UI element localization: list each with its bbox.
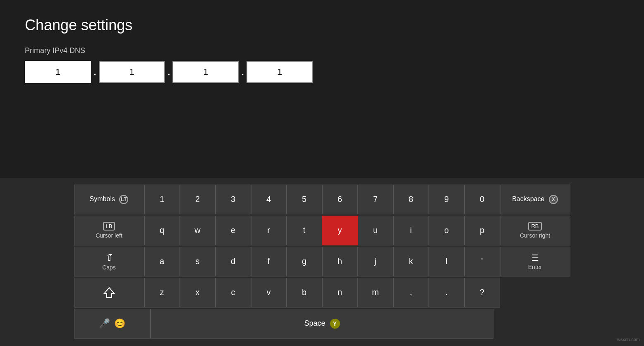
key-n[interactable]: n xyxy=(322,278,358,308)
key-1[interactable]: 1 xyxy=(144,185,180,214)
key-x[interactable]: x xyxy=(180,278,215,308)
space-label: Space Y xyxy=(304,319,340,329)
watermark: wsxdh.com xyxy=(617,337,640,342)
on-screen-keyboard: Symbols LT 1 2 3 4 5 6 7 8 9 0 Backspace… xyxy=(74,185,570,340)
backspace-key[interactable]: Backspace X xyxy=(500,185,570,214)
key-period[interactable]: . xyxy=(429,278,464,308)
key-v[interactable]: v xyxy=(251,278,287,308)
dns-field-3[interactable] xyxy=(172,61,239,83)
key-8[interactable]: 8 xyxy=(393,185,429,214)
key-t[interactable]: t xyxy=(287,216,322,245)
key-w[interactable]: w xyxy=(180,216,215,245)
enter-label: Enter xyxy=(528,264,542,270)
key-h[interactable]: h xyxy=(322,247,358,276)
caps-label: Caps xyxy=(102,264,116,271)
key-u[interactable]: u xyxy=(358,216,393,245)
dns-dot-2: . xyxy=(165,66,173,78)
key-f[interactable]: f xyxy=(251,247,287,276)
enter-key[interactable]: ☰ Enter xyxy=(500,247,570,276)
keyboard-row-3: ⇧̄ Caps a s d f g h j k l ' ☰ Enter xyxy=(74,247,570,276)
key-question[interactable]: ? xyxy=(464,278,500,308)
keyboard-row-5: 🎤 😊 Space Y xyxy=(74,309,570,339)
rb-badge: RB xyxy=(528,222,541,231)
space-key[interactable]: Space Y xyxy=(151,309,493,339)
mic-icon: 🎤 xyxy=(99,318,110,329)
key-l[interactable]: l xyxy=(429,247,464,276)
key-5[interactable]: 5 xyxy=(287,185,322,214)
key-k[interactable]: k xyxy=(393,247,429,276)
cursor-right-key[interactable]: RB Cursor right xyxy=(500,216,570,245)
key-m[interactable]: m xyxy=(358,278,393,308)
key-o[interactable]: o xyxy=(429,216,464,245)
menu-icon: ☰ xyxy=(531,253,539,263)
row5-empty xyxy=(493,309,570,339)
key-d[interactable]: d xyxy=(215,247,251,276)
key-i[interactable]: i xyxy=(393,216,429,245)
key-7[interactable]: 7 xyxy=(358,185,393,214)
dns-dot-3: . xyxy=(239,66,247,78)
key-r[interactable]: r xyxy=(251,216,287,245)
key-2[interactable]: 2 xyxy=(180,185,215,214)
y-badge: Y xyxy=(330,319,340,329)
caps-icon: ⇧̄ xyxy=(105,252,113,263)
key-b[interactable]: b xyxy=(287,278,322,308)
dns-field-1[interactable] xyxy=(25,61,91,83)
key-0[interactable]: 0 xyxy=(464,185,500,214)
cursor-right-label: Cursor right xyxy=(520,232,550,239)
key-p[interactable]: p xyxy=(464,216,500,245)
lt-badge: LT xyxy=(119,195,128,204)
dns-field-label: Primary IPv4 DNS xyxy=(25,46,619,55)
symbols-label: Symbols LT xyxy=(90,195,129,204)
key-j[interactable]: j xyxy=(358,247,393,276)
emoji-icon: 😊 xyxy=(114,318,125,329)
dns-dot-1: . xyxy=(91,66,99,78)
key-comma[interactable]: , xyxy=(393,278,429,308)
key-3[interactable]: 3 xyxy=(215,185,251,214)
settings-area: Change settings Primary IPv4 DNS . . . xyxy=(0,0,644,178)
symbols-key[interactable]: Symbols LT xyxy=(74,185,144,214)
right-bottom-empty xyxy=(500,278,570,308)
key-a[interactable]: a xyxy=(144,247,180,276)
key-y[interactable]: y xyxy=(322,216,358,245)
key-apostrophe[interactable]: ' xyxy=(464,247,500,276)
key-g[interactable]: g xyxy=(287,247,322,276)
mic-emoji-area[interactable]: 🎤 😊 xyxy=(74,309,151,339)
keyboard-area: Symbols LT 1 2 3 4 5 6 7 8 9 0 Backspace… xyxy=(0,178,644,346)
key-6[interactable]: 6 xyxy=(322,185,358,214)
cursor-left-key[interactable]: LB Cursor left xyxy=(74,216,144,245)
key-e[interactable]: e xyxy=(215,216,251,245)
keyboard-row-4: z x c v b n m , . ? xyxy=(74,278,570,308)
shift-icon xyxy=(103,287,116,298)
svg-marker-0 xyxy=(104,288,114,298)
lb-badge: LB xyxy=(103,222,115,231)
keyboard-row-1: Symbols LT 1 2 3 4 5 6 7 8 9 0 Backspace… xyxy=(74,185,570,214)
key-s[interactable]: s xyxy=(180,247,215,276)
keyboard-row-2: LB Cursor left q w e r t y u i o p RB Cu… xyxy=(74,216,570,245)
page-title: Change settings xyxy=(25,17,619,34)
dns-field-4[interactable] xyxy=(247,61,313,83)
key-9[interactable]: 9 xyxy=(429,185,464,214)
x-badge: X xyxy=(549,195,558,204)
shift-icon-area[interactable] xyxy=(74,278,144,308)
key-z[interactable]: z xyxy=(144,278,180,308)
caps-key[interactable]: ⇧̄ Caps xyxy=(74,247,144,276)
dns-field-2[interactable] xyxy=(99,61,165,83)
key-4[interactable]: 4 xyxy=(251,185,287,214)
dns-input-group: . . . xyxy=(25,61,619,83)
cursor-left-label: Cursor left xyxy=(96,232,122,239)
key-c[interactable]: c xyxy=(215,278,251,308)
key-q[interactable]: q xyxy=(144,216,180,245)
